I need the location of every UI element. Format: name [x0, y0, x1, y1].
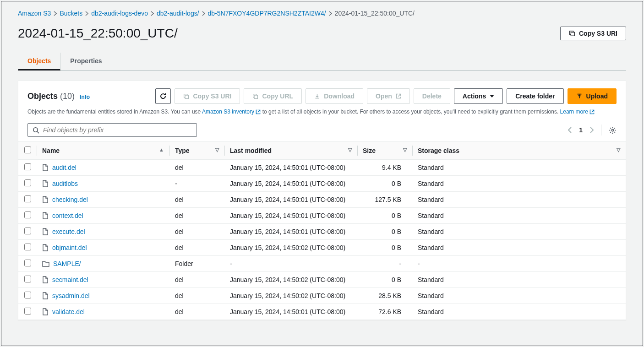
- prev-page-button[interactable]: [568, 127, 572, 133]
- desc-prefix: Objects are the fundamental entities sto…: [27, 108, 202, 115]
- learn-more-link[interactable]: Learn more: [560, 108, 595, 115]
- panel-title-text: Objects: [27, 92, 58, 101]
- object-link[interactable]: checking.del: [52, 196, 88, 203]
- sort-icon: ▽: [348, 147, 352, 153]
- breadcrumb-item[interactable]: Buckets: [60, 10, 82, 17]
- info-link[interactable]: Info: [80, 94, 90, 100]
- file-icon: [42, 164, 49, 171]
- cell-type: del: [169, 208, 224, 224]
- next-page-button[interactable]: [590, 127, 594, 133]
- object-link[interactable]: objmaint.del: [52, 244, 87, 251]
- cell-storage: Standard: [412, 304, 626, 320]
- delete-button[interactable]: Delete: [414, 88, 450, 104]
- cell-type: del: [169, 288, 224, 304]
- chevron-right-icon: [85, 11, 88, 16]
- search-input[interactable]: [43, 126, 192, 134]
- cell-size: 0 B: [357, 272, 412, 288]
- sort-icon: ▽: [215, 147, 219, 153]
- row-checkbox[interactable]: [24, 244, 31, 250]
- file-icon: [42, 308, 49, 315]
- col-storage[interactable]: Storage class: [418, 147, 459, 154]
- copy-url-button[interactable]: Copy URL: [244, 88, 302, 104]
- row-checkbox[interactable]: [24, 179, 31, 186]
- cell-size: -: [357, 256, 412, 272]
- table-row: auditlobs-January 15, 2024, 14:50:01 (UT…: [18, 176, 626, 192]
- table-row: context.deldelJanuary 15, 2024, 14:50:01…: [18, 208, 626, 224]
- sort-icon: ▽: [403, 147, 407, 154]
- object-link[interactable]: secmaint.del: [52, 276, 88, 283]
- copy-s3-uri-button[interactable]: Copy S3 URI: [560, 27, 626, 40]
- refresh-icon: [159, 92, 167, 100]
- row-checkbox[interactable]: [24, 163, 31, 170]
- breadcrumb-item[interactable]: db-5N7FXOY4GDP7RG2NSH2ZTAI2W4/: [208, 10, 326, 17]
- row-checkbox[interactable]: [24, 195, 31, 202]
- chevron-right-icon: [151, 11, 154, 16]
- row-checkbox[interactable]: [24, 276, 31, 282]
- file-icon: [42, 276, 49, 283]
- object-link[interactable]: sysadmin.del: [52, 292, 90, 299]
- cell-size: 127.5 KB: [357, 192, 412, 208]
- inventory-link[interactable]: Amazon S3 inventory: [202, 108, 261, 115]
- tab-objects[interactable]: Objects: [18, 53, 60, 70]
- settings-button[interactable]: [609, 126, 617, 134]
- row-checkbox[interactable]: [24, 211, 31, 218]
- breadcrumb-item[interactable]: Amazon S3: [18, 10, 51, 17]
- row-checkbox[interactable]: [24, 308, 31, 314]
- cell-type: del: [169, 272, 224, 288]
- download-button[interactable]: Download: [306, 88, 363, 104]
- object-link[interactable]: auditlobs: [52, 180, 78, 187]
- tab-properties[interactable]: Properties: [60, 53, 111, 70]
- copy-s3-uri-toolbar-label: Copy S3 URI: [193, 92, 231, 100]
- row-checkbox[interactable]: [24, 292, 31, 298]
- sort-asc-icon: ▲: [159, 147, 164, 152]
- file-icon: [42, 292, 49, 299]
- svg-rect-2: [255, 95, 258, 98]
- object-link[interactable]: context.del: [52, 212, 83, 219]
- upload-icon: [576, 93, 583, 99]
- object-link[interactable]: execute.del: [52, 228, 85, 235]
- object-link[interactable]: SAMPLE/: [53, 260, 81, 267]
- caret-down-icon: [490, 95, 494, 98]
- open-button[interactable]: Open: [367, 88, 410, 104]
- table-row: objmaint.deldelJanuary 15, 2024, 14:50:0…: [18, 240, 626, 256]
- svg-rect-1: [186, 95, 189, 98]
- file-icon: [42, 244, 49, 251]
- col-size[interactable]: Size: [363, 147, 376, 154]
- cell-type: del: [169, 240, 224, 256]
- panel-title: Objects (10): [27, 92, 77, 101]
- chevron-right-icon: [54, 11, 57, 16]
- refresh-button[interactable]: [155, 88, 171, 104]
- cell-storage: Standard: [412, 240, 626, 256]
- object-link[interactable]: validate.del: [52, 308, 85, 315]
- cell-size: 0 B: [357, 208, 412, 224]
- copy-icon: [252, 93, 258, 99]
- cell-size: 72.6 KB: [357, 304, 412, 320]
- table-row: sysadmin.deldelJanuary 15, 2024, 14:50:0…: [18, 288, 626, 304]
- actions-button[interactable]: Actions: [454, 88, 503, 104]
- breadcrumb-item[interactable]: db2-audit-logs-devo: [91, 10, 148, 17]
- toolbar: Copy S3 URI Copy URL Download Open: [155, 88, 617, 104]
- search-box[interactable]: [27, 123, 197, 137]
- divider: [601, 125, 601, 136]
- objects-panel: Objects (10) Info Copy S3 URI: [18, 81, 626, 320]
- cell-size: 0 B: [357, 176, 412, 192]
- tabs: Objects Properties: [18, 53, 626, 70]
- svg-rect-0: [571, 32, 574, 36]
- copy-s3-uri-toolbar-button[interactable]: Copy S3 URI: [175, 88, 240, 104]
- col-type[interactable]: Type: [175, 147, 190, 154]
- external-icon: [256, 109, 261, 114]
- object-link[interactable]: audit.del: [52, 164, 76, 171]
- file-icon: [42, 196, 49, 203]
- upload-button[interactable]: Upload: [568, 88, 617, 104]
- col-name[interactable]: Name: [42, 147, 60, 154]
- cell-type: del: [169, 160, 224, 176]
- row-checkbox[interactable]: [24, 228, 31, 234]
- row-checkbox[interactable]: [24, 260, 31, 266]
- select-all-checkbox[interactable]: [24, 146, 31, 153]
- cell-modified: -: [224, 256, 357, 272]
- create-folder-button[interactable]: Create folder: [507, 88, 563, 104]
- breadcrumb-item[interactable]: db2-audit-logs/: [157, 10, 199, 17]
- cell-modified: January 15, 2024, 14:50:01 (UTC-08:00): [224, 208, 357, 224]
- col-modified[interactable]: Last modified: [230, 147, 272, 154]
- cell-size: 0 B: [357, 240, 412, 256]
